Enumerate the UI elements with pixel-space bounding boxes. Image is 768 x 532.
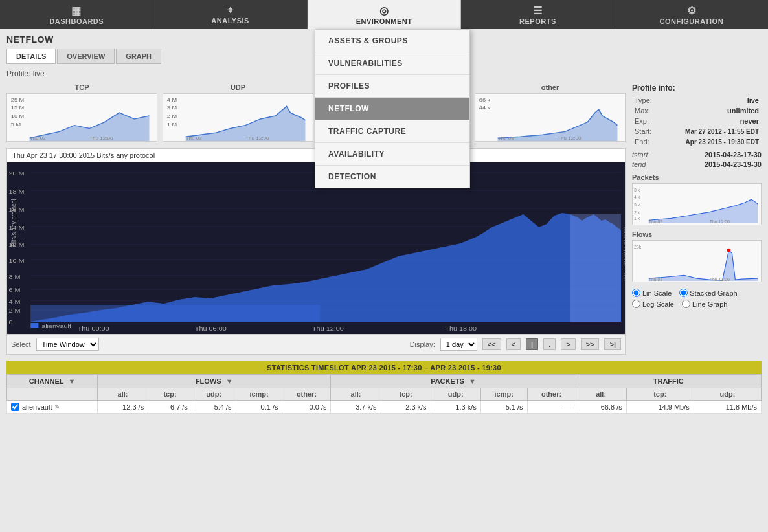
nav-environment[interactable]: ◎ ENVIRONMENT (308, 0, 461, 29)
svg-text:3 k: 3 k (634, 188, 640, 192)
svg-text:Thu 12:00: Thu 12:00 (245, 136, 269, 141)
display-select[interactable]: 1 day (440, 338, 477, 351)
svg-text:Thu 03: Thu 03 (649, 219, 663, 224)
nav-analysis[interactable]: ⌖ ANALYSIS (153, 0, 307, 29)
environment-icon: ◎ (379, 5, 389, 17)
nav-btn-current[interactable]: | (526, 338, 538, 350)
svg-rect-48 (570, 214, 620, 322)
udp-chart-label: UDP (163, 83, 313, 91)
nav-btn-next[interactable]: > (561, 338, 575, 350)
dropdown-netflow[interactable]: NETFLOW (315, 98, 469, 120)
stacked-graph-radio[interactable] (679, 289, 688, 297)
nav-btn-skip[interactable]: >> (581, 338, 600, 350)
svg-rect-64 (633, 241, 761, 282)
line-graph-option[interactable]: Line Graph (682, 300, 727, 308)
environment-dropdown: ASSETS & GROUPS VULNERABILITIES PROFILES… (315, 29, 470, 188)
svg-text:2 M: 2 M (8, 307, 20, 314)
svg-text:Thu 00:00: Thu 00:00 (78, 326, 109, 332)
svg-text:10 M: 10 M (11, 113, 25, 119)
tab-details[interactable]: DETAILS (6, 49, 56, 64)
svg-text:Thu 12:00: Thu 12:00 (558, 136, 581, 141)
svg-text:4 M: 4 M (167, 96, 177, 102)
channel-checkbox[interactable] (11, 403, 19, 411)
nav-configuration[interactable]: ⚙ CONFIGURATION (615, 0, 768, 29)
analysis-icon: ⌖ (227, 5, 234, 16)
profile-info-table: Type: live Max: unlimited Exp: never Sta… (632, 95, 762, 147)
nav-reports[interactable]: ☰ REPORTS (461, 0, 615, 29)
flows-filter-icon[interactable]: ▼ (226, 377, 233, 385)
stacked-graph-option[interactable]: Stacked Graph (679, 289, 737, 297)
channel-name: alienvault (22, 403, 52, 411)
dropdown-profiles[interactable]: PROFILES (315, 75, 469, 98)
svg-text:Thu 12:00: Thu 12:00 (710, 219, 730, 224)
dropdown-vulnerabilities[interactable]: VULNERABILITIES (315, 52, 469, 75)
tcp-chart: 25 M 15 M 10 M 5 M Thu 03 Thu 12:00 (6, 93, 157, 142)
nav-dashboards[interactable]: ▦ DASHBOARDS (0, 0, 153, 29)
tab-graph[interactable]: GRAPH (116, 49, 161, 64)
svg-text:18 M: 18 M (8, 188, 24, 195)
svg-text:Thu 12:00: Thu 12:00 (710, 277, 730, 282)
svg-text:23k: 23k (634, 245, 642, 249)
dropdown-traffic[interactable]: TRAFFIC CAPTURE (315, 120, 469, 143)
dropdown-detection[interactable]: DETECTION (315, 166, 469, 188)
configuration-icon: ⚙ (687, 5, 697, 17)
udp-chart-container: UDP 4 M 3 M 2 M 1 M Thu 03 Thu 12:00 (163, 83, 313, 142)
channel-header: CHANNEL ▼ (7, 375, 98, 388)
nav-btn-dot[interactable]: . (543, 338, 556, 350)
right-panel: Profile info: Type: live Max: unlimited … (632, 83, 762, 359)
tend-key: tend (632, 161, 646, 168)
channel-edit-icon[interactable]: ✎ (54, 403, 60, 410)
svg-text:Thu 18:00: Thu 18:00 (445, 326, 477, 332)
flows-label: Flows (632, 230, 762, 238)
channel-filter-icon[interactable]: ▼ (68, 377, 75, 385)
dropdown-availability[interactable]: AVAILABILITY (315, 143, 469, 166)
flows-chart: 23k Thu 03 Thu 12:00 (632, 240, 762, 282)
packets-chart: 3 k 4 k 3 k 2 k 1 k Thu 03 Thu 12:00 (632, 183, 762, 225)
tab-overview[interactable]: OVERVIEW (57, 49, 115, 64)
stats-bar: STATISTICS TIMESLOT APR 23 2015 - 17:30 … (6, 361, 762, 374)
traffic-header: TRAFFIC (576, 375, 761, 388)
packets-label: Packets (632, 173, 762, 181)
log-scale-option[interactable]: Log Scale (632, 300, 674, 308)
log-scale-radio[interactable] (632, 300, 640, 308)
scale-options: Lin Scale Stacked Graph Log Scale Line G… (632, 289, 762, 308)
time-window-select[interactable]: Time Window (36, 338, 99, 351)
tstart-key: tstart (632, 151, 648, 159)
dashboards-icon: ▦ (71, 5, 82, 17)
svg-text:Thu 12:00: Thu 12:00 (89, 136, 113, 141)
dropdown-assets[interactable]: ASSETS & GROUPS (315, 30, 469, 52)
svg-text:44 k: 44 k (479, 105, 491, 111)
svg-text:Thu 03: Thu 03 (30, 136, 46, 141)
tstart-val: 2015-04-23-17-30 (705, 151, 762, 159)
packets-header: PACKETS ▼ (331, 375, 576, 388)
nav-btn-first[interactable]: << (482, 338, 501, 350)
svg-text:RRTOOL / TOBI OETIKER: RRTOOL / TOBI OETIKER (622, 227, 625, 281)
top-nav: ▦ DASHBOARDS ⌖ ANALYSIS ◎ ENVIRONMENT ☰ … (0, 0, 768, 29)
svg-text:20 M: 20 M (8, 170, 24, 177)
svg-text:25 M: 25 M (11, 96, 25, 102)
packets-filter-icon[interactable]: ▼ (469, 377, 476, 385)
nav-btn-prev[interactable]: < (506, 338, 521, 350)
lin-scale-radio[interactable] (632, 289, 640, 297)
svg-text:5 M: 5 M (11, 121, 21, 127)
lin-scale-option[interactable]: Lin Scale (632, 289, 672, 297)
profile-info-title: Profile info: (632, 83, 762, 93)
svg-text:0: 0 (8, 319, 13, 326)
svg-text:3 k: 3 k (634, 203, 640, 207)
table-row: alienvault ✎ 12.3 /s 6.7 /s 5.4 /s 0.1 /… (7, 401, 762, 414)
reports-icon: ☰ (533, 5, 543, 17)
packets-section: Packets 3 k 4 k 3 k 2 k 1 k Thu 03 Thu 1… (632, 173, 762, 225)
data-table: CHANNEL ▼ FLOWS ▼ PACKETS ▼ TRAFFIC (6, 374, 762, 414)
svg-text:4 M: 4 M (8, 298, 20, 305)
tcp-chart-container: TCP 25 M 15 M 10 M 5 M Thu 03 Thu 12:00 (6, 83, 157, 142)
scale-row-2: Log Scale Line Graph (632, 300, 762, 308)
nav-btn-last[interactable]: >| (604, 338, 621, 350)
svg-text:Thu 06:00: Thu 06:00 (195, 326, 227, 332)
svg-point-66 (727, 249, 731, 252)
line-graph-radio[interactable] (682, 300, 690, 308)
svg-text:15 M: 15 M (11, 105, 25, 111)
svg-text:66 k: 66 k (479, 96, 491, 102)
other-chart-container: other 66 k 44 k Thu 03 Thu 12:00 (475, 83, 626, 142)
svg-text:2 k: 2 k (634, 210, 640, 215)
svg-text:6 M: 6 M (8, 287, 20, 293)
